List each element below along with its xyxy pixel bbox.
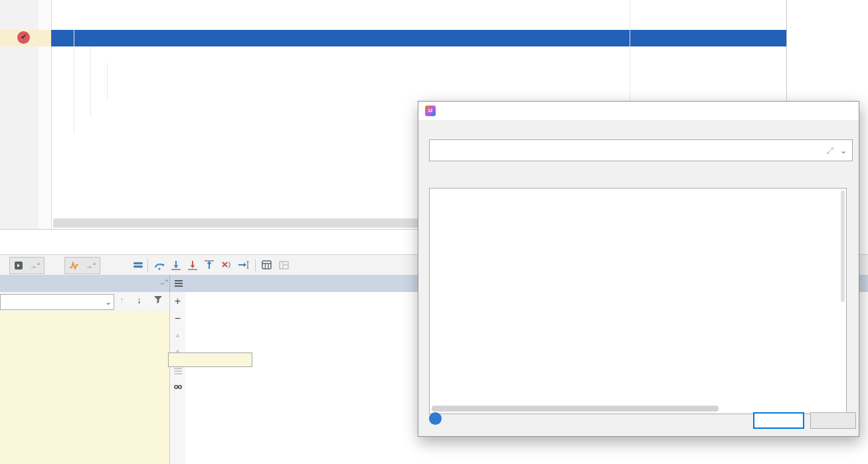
breakpoint-verified-icon[interactable]: ✔	[17, 31, 30, 44]
frame-tooltip-fragment	[168, 352, 252, 367]
evaluate-expression-icon[interactable]	[260, 259, 272, 271]
console-icon	[14, 261, 23, 270]
step-over-icon[interactable]	[153, 259, 165, 271]
endpoints-icon	[69, 262, 79, 270]
pin-icon[interactable]: →ʺ	[158, 278, 168, 286]
step-into-icon[interactable]	[170, 259, 182, 271]
layout-settings-icon[interactable]	[278, 259, 290, 271]
frame-down-icon[interactable]: ↓	[137, 295, 141, 305]
chevron-down-icon[interactable]: ⌄	[840, 146, 847, 155]
help-icon[interactable]	[429, 412, 442, 425]
force-step-into-icon[interactable]	[187, 259, 199, 271]
thread-selector[interactable]: ⌄	[0, 294, 114, 310]
indent-guide	[107, 63, 108, 100]
result-vertical-scrollbar[interactable]	[841, 191, 845, 302]
step-out-icon[interactable]	[203, 259, 215, 271]
show-watches-icon[interactable]: oo	[170, 382, 185, 390]
show-execution-point-icon[interactable]	[132, 259, 144, 271]
expand-editor-icon[interactable]: ⤢	[827, 145, 833, 156]
move-up-icon[interactable]: ▲	[170, 332, 185, 339]
run-to-cursor-icon[interactable]	[237, 259, 249, 271]
tab-console[interactable]: →ʺ	[9, 257, 44, 274]
expression-input[interactable]: ⤢ ⌄	[429, 139, 853, 161]
frames-list[interactable]	[0, 311, 169, 464]
filter-icon[interactable]	[153, 295, 163, 306]
drop-frame-icon[interactable]	[220, 259, 232, 271]
breadcrumb-separator	[57, 236, 66, 246]
frame-up-icon[interactable]: ↑	[120, 295, 124, 305]
intellij-logo-icon: IJ	[425, 106, 436, 116]
result-tree[interactable]	[429, 188, 847, 414]
indent-guide	[74, 30, 74, 133]
variables-icon	[175, 280, 183, 287]
evaluate-dialog: IJ ⤢ ⌄	[418, 101, 859, 437]
frames-toolbar: ⌄ ↑ ↓	[0, 292, 169, 311]
execution-line-highlight	[51, 30, 786, 46]
watches-toolbar-strip: + − ▲ ▼ oo	[169, 292, 186, 464]
chevron-down-icon: ⌄	[105, 297, 114, 307]
pin-icon[interactable]: →ʺ	[86, 262, 96, 270]
indent-guide	[90, 46, 91, 116]
tab-endpoints[interactable]: →ʺ	[64, 257, 100, 274]
duplicate-watch-icon[interactable]	[170, 366, 185, 376]
panel-divider	[169, 275, 170, 292]
remove-watch-icon[interactable]: −	[170, 313, 185, 325]
dialog-titlebar[interactable]: IJ	[418, 102, 859, 120]
add-watch-icon[interactable]: +	[170, 295, 185, 307]
pin-icon[interactable]: →ʺ	[30, 262, 40, 270]
toolbar-separator	[255, 259, 256, 271]
close-button[interactable]	[810, 412, 856, 429]
evaluate-button[interactable]	[753, 412, 804, 429]
toolbar-separator	[147, 259, 148, 271]
result-horizontal-scrollbar[interactable]	[432, 406, 719, 412]
